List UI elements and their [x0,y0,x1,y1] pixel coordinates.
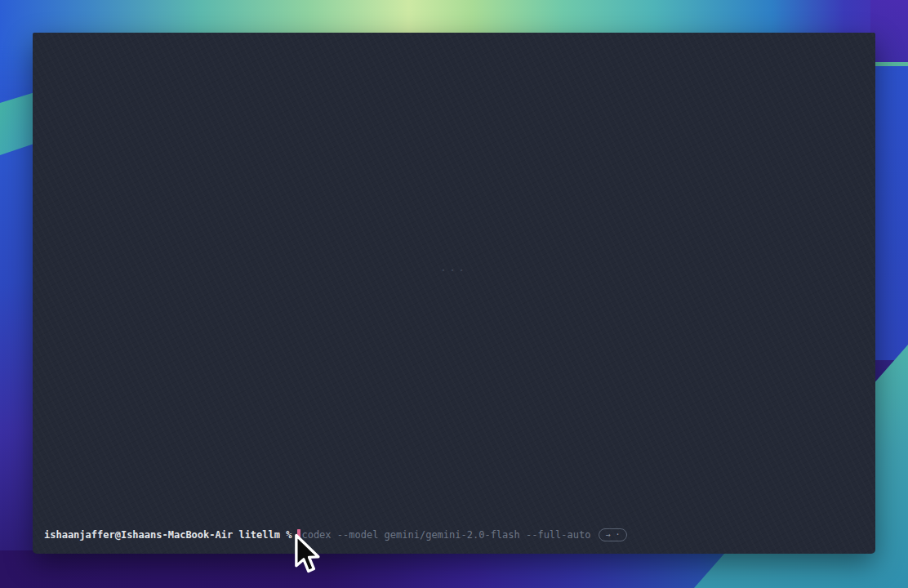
terminal-window[interactable]: ··· ishaanjaffer@Ishaans-MacBook-Air lit… [33,33,875,554]
terminal-loading-dots: ··· [440,265,468,276]
terminal-prompt-line[interactable]: ishaanjaffer@Ishaans-MacBook-Air litellm… [44,528,627,541]
shell-prompt: ishaanjaffer@Ishaans-MacBook-Air litellm… [44,528,292,541]
accept-suggestion-hint: → · [599,528,626,541]
wallpaper-right-purple-corner [870,0,908,64]
text-cursor [297,529,300,541]
wallpaper-right-blue-band [870,66,908,360]
command-autosuggestion: codex --model gemini/gemini-2.0-flash --… [301,528,590,541]
